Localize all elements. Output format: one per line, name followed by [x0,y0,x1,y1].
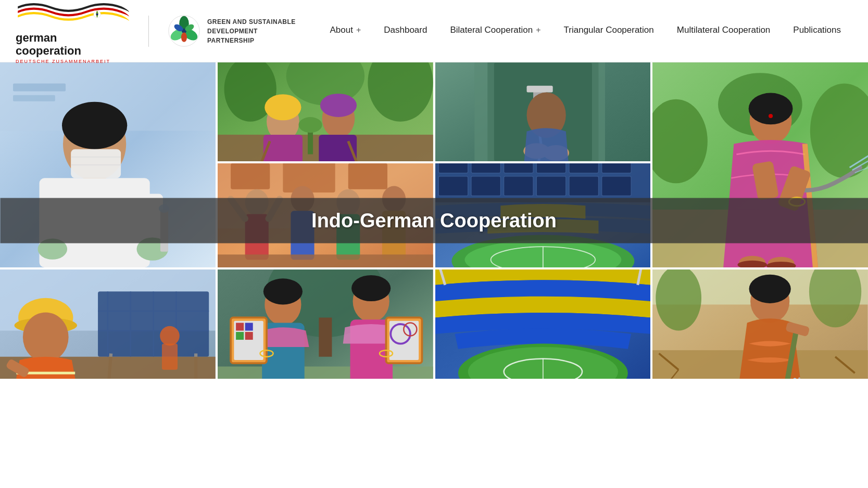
cricket-stadium-image [435,269,651,379]
svg-rect-79 [382,211,406,260]
svg-point-8 [181,32,187,42]
svg-rect-127 [236,323,244,330]
nav-triangular[interactable]: Triangular Cooperation [552,0,665,62]
svg-rect-68 [283,163,335,192]
main-content: Indo-German Cooperation [0,62,868,379]
svg-rect-88 [601,163,631,173]
svg-rect-91 [504,176,533,196]
svg-point-1 [96,14,98,15]
svg-rect-13 [13,95,55,101]
svg-rect-22 [160,210,168,252]
brand-name: german [16,32,110,44]
main-nav: About + Dashboard Bilateral Cooperation … [318,0,852,62]
svg-rect-12 [13,83,66,91]
svg-rect-85 [504,163,533,173]
svg-rect-75 [291,211,314,260]
watering-image [652,269,868,379]
washing-image [435,62,651,161]
svg-point-38 [298,117,322,133]
svg-point-57 [769,114,773,118]
mosaic-cell-planting [218,62,433,161]
svg-rect-94 [601,176,631,196]
mosaic-cell-scientist [0,62,216,267]
svg-rect-16 [71,149,121,178]
logo-section: german cooperation DEUTSCHE ZUSAMMENARBE… [16,0,296,64]
svg-rect-117 [162,344,178,370]
svg-point-74 [291,186,314,212]
mosaic-cell-saree-woman [652,62,868,267]
planting-image [218,62,433,161]
svg-point-15 [62,102,127,149]
svg-rect-80 [218,254,433,267]
stadium-image [435,163,651,267]
svg-rect-120 [319,317,332,356]
svg-point-70 [245,189,268,215]
svg-rect-69 [348,163,387,189]
svg-point-25 [38,238,68,259]
svg-rect-83 [438,163,468,173]
nav-multilateral[interactable]: Multilateral Cooperation [665,0,782,62]
svg-rect-46 [526,86,552,93]
svg-point-32 [265,94,301,120]
svg-rect-93 [569,176,598,196]
scientist-image [0,62,216,267]
svg-point-132 [351,275,391,301]
nav-publications[interactable]: Publications [782,0,852,62]
svg-rect-71 [245,214,268,260]
svg-rect-77 [336,214,360,260]
mosaic-cell-stadium [435,163,651,267]
svg-rect-130 [245,332,253,340]
textile-image [218,269,433,379]
brand-name-line2: cooperation [16,45,110,57]
solar-worker-image [0,269,216,379]
logo-divider [148,16,149,47]
svg-point-156 [749,275,791,303]
svg-point-76 [336,189,360,215]
svg-rect-84 [471,163,500,173]
mosaic-cell-textile [218,269,433,379]
svg-rect-33 [263,135,303,161]
svg-point-116 [160,326,180,346]
about-plus-icon: + [356,25,361,35]
svg-point-113 [23,312,69,362]
site-header: german cooperation DEUTSCHE ZUSAMMENARBE… [0,0,868,62]
svg-point-35 [320,94,357,117]
svg-rect-121 [218,366,433,379]
photo-mosaic: Indo-German Cooperation [0,62,868,379]
nav-bilateral[interactable]: Bilateral Cooperation + [438,0,552,62]
workshop-image [218,163,433,267]
brand-subtitle: DEUTSCHE ZUSAMMENARBEIT [16,59,110,64]
svg-point-78 [382,186,406,212]
gsdp-icon [167,14,201,48]
gsdp-text: GREEN AND SUSTAINABLE DEVELOPMENT PARTNE… [207,17,296,45]
svg-point-23 [159,204,169,213]
svg-rect-90 [471,176,500,196]
svg-point-123 [263,278,303,304]
nav-dashboard[interactable]: Dashboard [372,0,438,62]
svg-rect-67 [231,163,270,189]
svg-rect-87 [569,163,598,173]
mosaic-cell-workshop [218,163,433,267]
gsdp-logo[interactable]: GREEN AND SUSTAINABLE DEVELOPMENT PARTNE… [167,14,296,48]
svg-rect-129 [236,332,244,340]
mosaic-cell-solar-worker [0,269,216,379]
bilateral-plus-icon: + [536,25,540,35]
svg-point-56 [749,93,793,125]
svg-rect-86 [536,163,565,173]
nav-about[interactable]: About + [318,0,372,62]
svg-rect-89 [438,176,468,196]
mosaic-cell-watering [652,269,868,379]
german-cooperation-logo[interactable]: german cooperation DEUTSCHE ZUSAMMENARBE… [16,0,130,64]
svg-rect-92 [536,176,565,196]
mosaic-cell-cricket-stadium [435,269,651,379]
saree-woman-image [652,62,868,267]
mosaic-cell-washing [435,62,651,161]
svg-rect-128 [245,323,253,330]
